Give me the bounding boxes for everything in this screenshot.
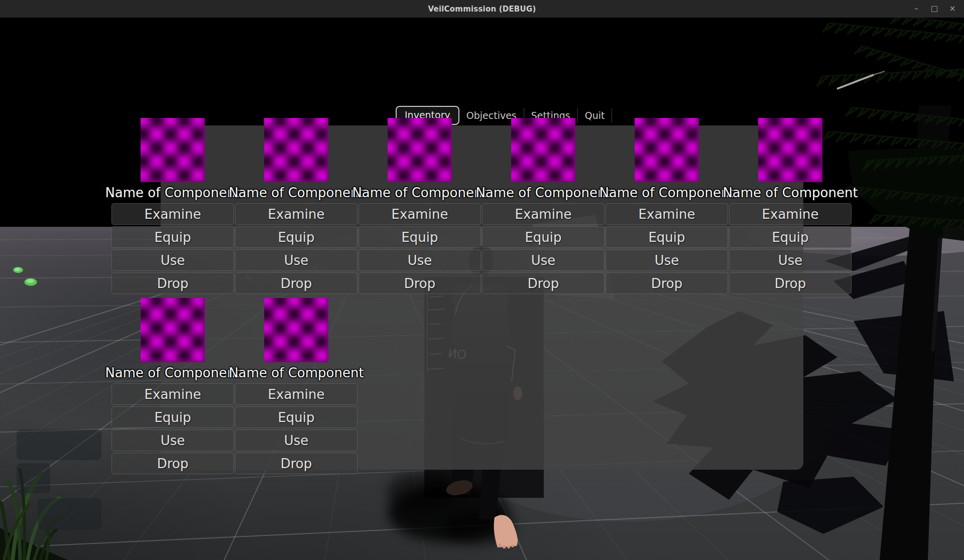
item-name: Name of Component	[722, 185, 858, 201]
hud-box-2	[17, 463, 50, 493]
item-actions: ExamineEquipUseDrop	[111, 383, 234, 474]
inventory-item-card: Name of Component ExamineEquipUseDrop	[482, 118, 605, 294]
item-drop-button[interactable]: Drop	[358, 272, 481, 294]
inventory-item-card: Name of Component ExamineEquipUseDrop	[729, 118, 852, 294]
item-drop-button[interactable]: Drop	[729, 272, 852, 294]
item-name: Name of Component	[475, 185, 611, 201]
item-use-button[interactable]: Use	[729, 249, 852, 271]
hud-box-3	[38, 498, 101, 530]
item-name: Name of Component	[352, 185, 487, 201]
inventory-item-card: Name of Component ExamineEquipUseDrop	[235, 118, 357, 294]
window-title: VeilCommission (DEBUG)	[428, 5, 536, 14]
item-texture-missing-checker	[511, 118, 575, 182]
item-drop-button[interactable]: Drop	[235, 453, 357, 474]
item-equip-button[interactable]: Equip	[729, 226, 852, 248]
inventory-item-card: Name of Component ExamineEquipUseDrop	[235, 298, 357, 474]
inventory-item-card: Name of Component ExamineEquipUseDrop	[111, 118, 234, 294]
inventory-grid-row-2: Name of Component ExamineEquipUseDrop Na…	[111, 298, 357, 474]
inventory-grid-row-1: Name of Component ExamineEquipUseDrop Na…	[111, 118, 852, 294]
item-texture-missing-checker	[758, 118, 822, 182]
item-texture-missing-checker	[141, 118, 205, 182]
item-equip-button[interactable]: Equip	[606, 226, 728, 248]
item-drop-button[interactable]: Drop	[111, 453, 234, 474]
item-examine-button[interactable]: Examine	[729, 203, 852, 225]
item-examine-button[interactable]: Examine	[235, 383, 357, 405]
item-texture-missing-checker	[635, 118, 699, 182]
inventory-item-card: Name of Component ExamineEquipUseDrop	[358, 118, 481, 294]
item-actions: ExamineEquipUseDrop	[111, 203, 234, 294]
item-drop-button[interactable]: Drop	[606, 272, 728, 294]
item-equip-button[interactable]: Equip	[111, 226, 234, 248]
item-use-button[interactable]: Use	[235, 430, 357, 451]
item-drop-button[interactable]: Drop	[482, 272, 605, 294]
item-texture-missing-checker	[388, 118, 452, 182]
minimize-button[interactable]: –	[912, 0, 921, 18]
item-examine-button[interactable]: Examine	[606, 203, 728, 225]
close-button[interactable]: ×	[948, 0, 957, 18]
item-drop-button[interactable]: Drop	[235, 272, 357, 294]
item-name: Name of Component	[599, 185, 734, 201]
window-titlebar: VeilCommission (DEBUG) – □ ×	[0, 0, 964, 18]
item-use-button[interactable]: Use	[358, 249, 481, 271]
item-use-button[interactable]: Use	[235, 249, 357, 271]
item-name: Name of Component	[228, 365, 364, 381]
hud-box-1	[17, 430, 101, 460]
item-examine-button[interactable]: Examine	[235, 203, 357, 225]
item-use-button[interactable]: Use	[482, 249, 605, 271]
item-use-button[interactable]: Use	[606, 249, 728, 271]
item-texture-missing-checker	[264, 298, 328, 362]
item-actions: ExamineEquipUseDrop	[235, 203, 357, 294]
item-name: Name of Component	[228, 185, 364, 201]
item-examine-button[interactable]: Examine	[358, 203, 481, 225]
item-use-button[interactable]: Use	[111, 430, 234, 451]
item-equip-button[interactable]: Equip	[482, 226, 605, 248]
item-use-button[interactable]: Use	[111, 249, 234, 271]
item-drop-button[interactable]: Drop	[111, 272, 234, 294]
maximize-button[interactable]: □	[930, 0, 939, 18]
window-controls: – □ ×	[912, 0, 957, 18]
inventory-item-card: Name of Component ExamineEquipUseDrop	[606, 118, 728, 294]
item-actions: ExamineEquipUseDrop	[606, 203, 728, 294]
item-actions: ExamineEquipUseDrop	[358, 203, 481, 294]
item-texture-missing-checker	[141, 298, 205, 362]
item-equip-button[interactable]: Equip	[358, 226, 481, 248]
item-actions: ExamineEquipUseDrop	[235, 383, 357, 474]
game-window: ON	[0, 0, 964, 560]
inventory-item-card: Name of Component ExamineEquipUseDrop	[111, 298, 234, 474]
item-examine-button[interactable]: Examine	[482, 203, 605, 225]
item-texture-missing-checker	[264, 118, 328, 182]
item-examine-button[interactable]: Examine	[111, 383, 234, 405]
item-examine-button[interactable]: Examine	[111, 203, 234, 225]
item-actions: ExamineEquipUseDrop	[729, 203, 852, 294]
item-equip-button[interactable]: Equip	[235, 406, 357, 428]
item-equip-button[interactable]: Equip	[235, 226, 357, 248]
item-name: Name of Component	[105, 185, 240, 201]
item-name: Name of Component	[105, 365, 240, 381]
item-actions: ExamineEquipUseDrop	[482, 203, 605, 294]
item-equip-button[interactable]: Equip	[111, 406, 234, 428]
